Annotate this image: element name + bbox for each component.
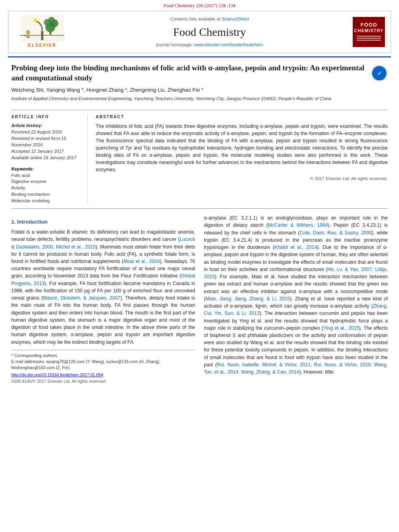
keyword-2: Digestive enzyme: [11, 179, 82, 185]
logo-food-text: FOOD: [360, 22, 377, 28]
svg-text:✓: ✓: [377, 70, 382, 76]
sciencedirect-link: Contents lists available at ScienceDirec…: [70, 16, 349, 23]
intro-paragraph-2: α-amylase (EC 3.2.1.1) is an endoglycosi…: [204, 214, 388, 376]
page: Food Chemistry 226 (2017) 128–134: [0, 0, 399, 532]
food-chemistry-logo: FOOD CHEMISTRY: [353, 17, 385, 47]
available-date: Available online 16 January 2017: [11, 155, 82, 161]
elsevier-brand-text: ELSEVIER: [28, 42, 56, 49]
keyword-3: Activity: [11, 185, 82, 191]
elsevier-tree-icon: [20, 15, 64, 41]
ref-mason[interactable]: Mason, Dickstein, & Jacques, 2007: [43, 295, 121, 301]
ref-he[interactable]: He, Lv, & Yao, 2007; Lidija, 2015: [204, 267, 388, 279]
ref-global[interactable]: Global Progress, 2013: [11, 273, 195, 286]
authors-text: Weizhong Shi, Yanqing Wang *, Hongmei Zh…: [11, 87, 203, 93]
corresponding-note: * Corresponding authors.: [11, 353, 195, 359]
article-title-section: Probing deep into the binding mechanisms…: [11, 58, 388, 106]
ref-miao[interactable]: Miao, Jiang, Jiang, Zhang, & Li, 2015: [206, 296, 290, 302]
left-col-info: ARTICLE INFO Article history: Received 2…: [11, 114, 88, 204]
keywords-section: Keywords: Folic acid Digestive enzyme Ac…: [11, 166, 82, 205]
ref-mccarter[interactable]: McCarter & Withers, 1994: [268, 222, 328, 228]
sciencedirect-anchor[interactable]: ScienceDirect: [222, 16, 249, 21]
journal-header-center: Contents lists available at ScienceDirec…: [70, 16, 349, 48]
journal-homepage: journal homepage: www.elsevier.com/locat…: [70, 42, 349, 48]
intro-section-title: 1. Introduction: [11, 218, 195, 226]
ref-moat[interactable]: Moat et al., 2004: [123, 259, 160, 264]
revised-date: Received in revised form 16 November 201…: [11, 136, 82, 148]
ref-cole[interactable]: Cole, Dash, Rao, & Sastry, 2000: [300, 230, 372, 236]
right-col-abstract: ABSTRACT The inhibitions of folic acid (…: [96, 114, 388, 204]
footer-section: * Corresponding authors. E-mail addresse…: [11, 350, 195, 384]
abstract-heading: ABSTRACT: [96, 114, 388, 120]
footer-copyright: 0308-8146/© 2017 Elsevier Ltd. All right…: [11, 378, 195, 384]
article-title-text: Probing deep into the binding mechanisms…: [11, 63, 364, 102]
doi-bar: Food Chemistry 226 (2017) 128–134: [0, 0, 399, 11]
svg-point-6: [48, 17, 55, 23]
journal-header-right: FOOD CHEMISTRY: [349, 17, 385, 47]
ref-khaldi[interactable]: Khaldi et al., 2014: [274, 244, 317, 250]
intro-paragraph-1: Folate is a water-soluble B vitamin; its…: [11, 228, 195, 346]
content-left: 1. Introduction Folate is a water-solubl…: [11, 214, 195, 384]
svg-point-9: [26, 30, 30, 34]
keyword-1: Folic acid: [11, 173, 82, 179]
journal-header: ELSEVIER Contents lists available at Sci…: [8, 11, 391, 53]
article-info-heading: ARTICLE INFO: [11, 114, 82, 120]
divider-2: [11, 208, 388, 209]
ref-zhang[interactable]: Zhang, Cui, Yin, Sun, & Li, 2013: [204, 303, 388, 316]
doi-text: Food Chemistry 226 (2017) 128–134: [164, 3, 236, 8]
content-right: α-amylase (EC 3.2.1.1) is an endoglycosi…: [204, 214, 388, 384]
history-label: Article history:: [11, 123, 82, 129]
footer-doi: http://dx.doi.org/10.1016/j.foodchem.201…: [11, 372, 195, 378]
logo-chem-text: CHEMISTRY: [354, 28, 383, 33]
ref-lucock[interactable]: Lucock & Daskalakis, 2000; Michel et al.…: [11, 236, 195, 249]
affiliation: Institute of Applied Chemistry and Envir…: [11, 96, 364, 102]
svg-point-2: [33, 18, 37, 22]
keywords-label: Keywords:: [11, 166, 82, 173]
abstract-text: The inhibitions of folic acid (FA) towar…: [96, 123, 388, 173]
logo-decoration: [357, 35, 381, 43]
article-body: Probing deep into the binding mechanisms…: [0, 58, 399, 392]
email-note: E-mail addresses: wyqing76@126.com (Y. W…: [11, 359, 195, 371]
ref-rui[interactable]: Rui, Nuno, Isabelle, Michel, & Victor, 2…: [204, 362, 388, 375]
elsevier-logo-area: ELSEVIER: [14, 15, 70, 49]
svg-rect-11: [24, 35, 27, 36]
keyword-4: Binding mechanism: [11, 191, 82, 198]
crossmark-logo: ✓ CrossMark: [371, 65, 388, 82]
accepted-date: Accepted 12 January 2017: [11, 148, 82, 155]
elsevier-logo: ELSEVIER: [14, 15, 70, 49]
authors-line: Weizhong Shi, Yanqing Wang *, Hongmei Zh…: [11, 86, 364, 94]
svg-rect-10: [27, 34, 30, 38]
article-history: Article history: Received 22 August 2016…: [11, 123, 82, 161]
divider-1: [11, 110, 388, 110]
ref-ying[interactable]: Ying et al., 2015: [323, 325, 359, 331]
svg-text:CrossMark: CrossMark: [374, 78, 385, 80]
svg-rect-7: [49, 31, 51, 35]
journal-title: Food Chemistry: [70, 24, 349, 41]
info-abstract-row: ARTICLE INFO Article history: Received 2…: [11, 114, 388, 204]
received-date: Received 22 August 2016: [11, 129, 82, 136]
copyright-line: © 2017 Elsevier Ltd. All rights reserved…: [96, 176, 388, 182]
main-content: 1. Introduction Folate is a water-solubl…: [11, 214, 388, 392]
article-title: Probing deep into the binding mechanisms…: [11, 63, 364, 83]
svg-rect-1: [41, 31, 43, 40]
keyword-5: Molecular modeling: [11, 198, 82, 204]
